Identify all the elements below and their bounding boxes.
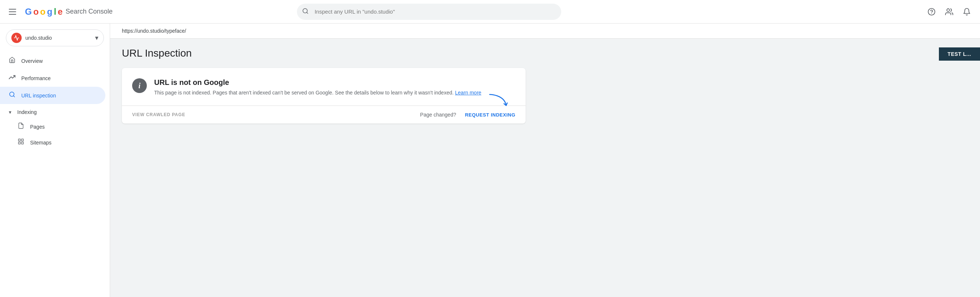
sidebar-item-url-inspection[interactable]: URL inspection: [0, 87, 105, 104]
status-text-block: URL is not on Google This page is not in…: [154, 78, 515, 97]
page-changed-text: Page changed?: [420, 112, 456, 118]
home-icon: [9, 57, 16, 65]
sidebar: undo.studio ▾ Overview Performance: [0, 24, 110, 297]
current-url: https://undo.studio/typeface/: [122, 28, 186, 34]
test-live-button[interactable]: TEST L...: [939, 48, 980, 61]
card-actions-row: VIEW CRAWLED PAGE Page changed? REQUEST …: [122, 106, 526, 123]
sidebar-item-performance-label: Performance: [21, 75, 51, 81]
google-logo[interactable]: G o o g l e Search Console: [25, 6, 113, 17]
page-title: URL Inspection: [122, 48, 192, 59]
app-body: undo.studio ▾ Overview Performance: [0, 24, 980, 297]
hamburger-icon: [9, 9, 16, 15]
property-chevron-icon: ▾: [95, 34, 99, 42]
sidebar-item-overview[interactable]: Overview: [0, 52, 105, 69]
status-description: This page is not indexed. Pages that are…: [154, 89, 515, 97]
sidebar-item-performance[interactable]: Performance: [0, 69, 105, 87]
property-icon: [11, 33, 22, 43]
sitemaps-icon: [18, 138, 24, 147]
menu-button[interactable]: [6, 6, 19, 18]
inspection-card: i URL is not on Google This page is not …: [122, 68, 526, 123]
logo-letter-o1: o: [33, 6, 39, 17]
status-title: URL is not on Google: [154, 78, 515, 87]
svg-rect-10: [18, 142, 20, 144]
status-icon: i: [132, 78, 147, 93]
performance-icon: [9, 74, 16, 82]
svg-rect-7: [18, 139, 20, 141]
sidebar-item-pages-label: Pages: [30, 124, 45, 130]
sidebar-item-overview-label: Overview: [21, 58, 43, 64]
svg-line-1: [307, 12, 308, 13]
indexing-section-label: Indexing: [17, 109, 37, 115]
indexing-chevron-icon: ▾: [9, 109, 11, 115]
sidebar-item-sitemaps[interactable]: Sitemaps: [0, 134, 105, 150]
property-name: undo.studio: [25, 35, 91, 41]
admin-button[interactable]: [942, 5, 956, 19]
status-desc-text: This page is not indexed. Pages that are…: [154, 90, 453, 96]
notifications-button[interactable]: [959, 5, 974, 19]
header: G o o g l e Search Console: [0, 0, 980, 24]
indexing-section-header[interactable]: ▾ Indexing: [0, 105, 110, 119]
search-icon: [302, 8, 309, 16]
url-bar: https://undo.studio/typeface/: [110, 24, 980, 38]
sidebar-item-sitemaps-label: Sitemaps: [30, 140, 51, 145]
svg-point-4: [947, 8, 950, 11]
pages-icon: [18, 122, 24, 131]
info-icon: i: [138, 81, 141, 90]
search-bar: [297, 4, 561, 20]
indexing-section: ▾ Indexing Pages: [0, 105, 110, 150]
search-input[interactable]: [297, 4, 561, 20]
header-actions: [924, 5, 974, 19]
right-actions: Page changed? REQUEST INDEXING: [420, 112, 515, 118]
product-name: Search Console: [66, 8, 113, 16]
sidebar-item-pages[interactable]: Pages: [0, 119, 105, 134]
view-crawled-link[interactable]: VIEW CRAWLED PAGE: [132, 112, 185, 117]
svg-rect-8: [22, 139, 24, 141]
svg-line-6: [13, 96, 14, 97]
logo-letter-l: l: [54, 6, 57, 17]
sidebar-item-url-inspection-label: URL inspection: [21, 93, 56, 99]
page-title-row: URL Inspection TEST L...: [122, 48, 968, 59]
url-inspection-icon: [9, 91, 16, 100]
svg-rect-9: [22, 142, 24, 144]
logo-letter-g: G: [25, 6, 32, 17]
logo-letter-e: e: [57, 6, 62, 17]
card-status-row: i URL is not on Google This page is not …: [122, 68, 526, 105]
property-selector[interactable]: undo.studio ▾: [6, 29, 104, 46]
logo-letter-g2: g: [47, 6, 52, 17]
logo-letter-o2: o: [40, 6, 46, 17]
help-button[interactable]: [924, 5, 939, 19]
content-area: URL Inspection TEST L... i URL is not on…: [110, 38, 980, 133]
main-content: https://undo.studio/typeface/ URL Inspec…: [110, 24, 980, 297]
request-indexing-button[interactable]: REQUEST INDEXING: [465, 112, 515, 118]
curved-arrow-decoration: [486, 93, 512, 111]
learn-more-link[interactable]: Learn more: [455, 90, 482, 96]
